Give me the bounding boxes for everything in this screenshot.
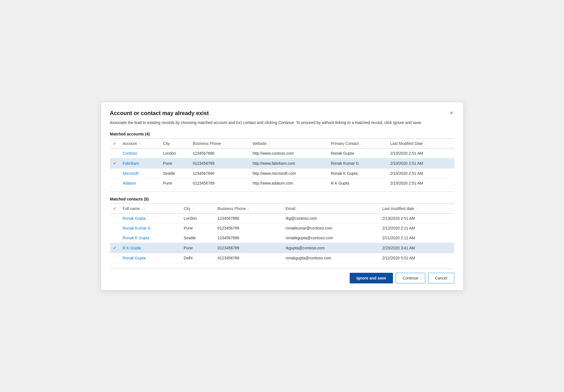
row-check[interactable] <box>110 213 120 223</box>
sort-down-icon5: ↓ <box>361 142 363 145</box>
sort-down-icon8: ↓ <box>193 207 194 211</box>
contacts-section-title: Matched contacts (5) <box>110 197 454 201</box>
contact-last-modified: 2/12/2020 5:51 AM <box>380 253 454 263</box>
table-row[interactable]: Ronak Kumar G Pune 0123456789 ronakkumar… <box>110 223 454 233</box>
row-check[interactable] <box>110 178 120 188</box>
account-primary-contact: Ronak Gupta <box>328 148 387 158</box>
contact-city: Seattle <box>181 233 215 243</box>
contact-name[interactable]: Ronak K Gupta <box>120 233 181 243</box>
contacts-col-fullname[interactable]: Full name ↑↓ <box>120 204 181 213</box>
contact-last-modified: 2/21/2020 2:11 AM <box>380 233 454 243</box>
account-website: http://www.fabrikam.com <box>250 158 328 168</box>
table-row[interactable]: ✓ R K Gupta Pune 0123456789 rkgupta@cont… <box>110 243 454 253</box>
accounts-section-title: Matched accounts (4) <box>110 132 454 136</box>
table-row[interactable]: Microsoft Seattle 1234567890 http://www.… <box>110 168 454 178</box>
account-primary-contact: Ronak Kumar G <box>328 158 387 168</box>
contact-last-modified: 2/12/2020 2:21 AM <box>380 223 454 233</box>
contact-city: Pune <box>181 243 215 253</box>
accounts-col-phone[interactable]: Business Phone ↓ <box>190 138 250 148</box>
contacts-col-email[interactable]: Email ↓ <box>283 204 380 213</box>
row-check[interactable] <box>110 148 120 158</box>
account-last-modified: 2/10/2020 2:51 AM <box>387 178 454 188</box>
sort-down-icon10: ↓ <box>297 207 299 211</box>
sort-down-icon3: ↓ <box>223 142 225 145</box>
account-primary-contact: Ronak K Gupta <box>328 168 387 178</box>
account-primary-contact: R K Gupta <box>328 178 387 188</box>
sort-down-icon9: ↓ <box>248 207 249 211</box>
contacts-col-last-modified[interactable]: Last modified date ↓ <box>380 204 454 213</box>
contact-phone: 1234567890 <box>215 233 283 243</box>
account-phone: 0123456789 <box>190 178 250 188</box>
sort-down-icon6: ↓ <box>425 142 426 145</box>
account-last-modified: 2/10/2020 2:51 AM <box>387 148 454 158</box>
contacts-col-city[interactable]: City ↓ <box>181 204 215 213</box>
contact-phone: 0123456789 <box>215 223 283 233</box>
sort-up-icon: ↑ <box>139 142 140 145</box>
accounts-col-website[interactable]: Website ↓ <box>250 138 328 148</box>
contact-city: Delhi <box>181 253 215 263</box>
sort-up-icon2: ↑ <box>142 207 143 211</box>
sort-down-icon11: ↓ <box>416 207 418 211</box>
section-divider <box>110 192 454 192</box>
account-city: Pune <box>160 178 190 188</box>
cancel-button[interactable]: Cancel <box>428 273 454 283</box>
accounts-col-city[interactable]: City ↓ <box>160 138 190 148</box>
dialog-title: Account or contact may already exist <box>110 110 209 116</box>
account-name[interactable]: Fabrikam <box>120 158 160 168</box>
table-row[interactable]: Contoso London 1234567890 http://www.con… <box>110 148 454 158</box>
row-check[interactable] <box>110 223 120 233</box>
table-row[interactable]: ✓ Fabrikam Pune 0123456789 http://www.fa… <box>110 158 454 168</box>
contacts-table: ✓ Full name ↑↓ City ↓ Business Phone ↓ E… <box>110 204 454 263</box>
row-check[interactable] <box>110 168 120 178</box>
table-row[interactable]: Ronak Gupta Delhi 0123456789 ronakgupta@… <box>110 253 454 263</box>
contact-phone: 0123456789 <box>215 253 283 263</box>
contact-name[interactable]: Ronak Kumar G <box>120 223 181 233</box>
account-name[interactable]: Contoso <box>120 148 160 158</box>
table-row[interactable]: Ronak K Gupta Seattle 1234567890 ronakkg… <box>110 233 454 243</box>
account-phone: 1234567890 <box>190 168 250 178</box>
accounts-col-primary-contact[interactable]: Primary Contact ↓ <box>328 138 387 148</box>
contacts-col-check: ✓ <box>110 204 120 213</box>
account-phone: 1234567890 <box>190 148 250 158</box>
contact-email: ronakkumar@contoso.com <box>283 223 380 233</box>
sort-down-icon7: ↓ <box>144 207 145 211</box>
sort-down-icon: ↓ <box>141 142 142 145</box>
contact-city: Pune <box>181 223 215 233</box>
accounts-col-account[interactable]: Account ↑↓ <box>120 138 160 148</box>
contact-email: ronakgupta@contoso.com <box>283 253 380 263</box>
row-check[interactable] <box>110 233 120 243</box>
account-website: http://www.contoso.com <box>250 148 328 158</box>
dialog-footer: Ignore and save Continue Cancel <box>110 269 454 283</box>
contact-name[interactable]: R K Gupta <box>120 243 181 253</box>
account-city: Pune <box>160 158 190 168</box>
dialog: Account or contact may already exist × A… <box>101 102 464 290</box>
continue-button[interactable]: Continue <box>396 273 425 283</box>
account-name[interactable]: Adatum <box>120 178 160 188</box>
row-check[interactable]: ✓ <box>110 158 120 168</box>
contact-last-modified: 2/13/2020 2:51 AM <box>380 213 454 223</box>
account-name[interactable]: Microsoft <box>120 168 160 178</box>
close-button[interactable]: × <box>449 110 454 116</box>
accounts-col-last-modified[interactable]: Last Modified Date ↓ <box>387 138 454 148</box>
dialog-description: Associate the lead to existing records b… <box>110 120 454 126</box>
contact-email: ronakkgupta@contoso.com <box>283 233 380 243</box>
contacts-col-phone[interactable]: Business Phone ↓ <box>215 204 283 213</box>
row-check[interactable] <box>110 253 120 263</box>
row-check[interactable]: ✓ <box>110 243 120 253</box>
account-website: http://www.adatum.com <box>250 178 328 188</box>
account-last-modified: 2/10/2020 2:51 AM <box>387 158 454 168</box>
contact-name[interactable]: Ronak Gupta <box>120 253 181 263</box>
accounts-table: ✓ Account ↑↓ City ↓ Business Phone ↓ Web… <box>110 138 454 188</box>
sort-down-icon4: ↓ <box>269 142 270 145</box>
account-phone: 0123456789 <box>190 158 250 168</box>
table-row[interactable]: Ronak Gupta London 1234567890 rkg@contos… <box>110 213 454 223</box>
contact-name[interactable]: Ronak Gupta <box>120 213 181 223</box>
contact-last-modified: 2/23/2020 3:41 AM <box>380 243 454 253</box>
account-website: http://www.microsoft.com <box>250 168 328 178</box>
contact-email: rkg@contoso.com <box>283 213 380 223</box>
dialog-header: Account or contact may already exist × <box>110 110 454 116</box>
ignore-save-button[interactable]: Ignore and save <box>350 273 393 283</box>
account-city: Seattle <box>160 168 190 178</box>
contact-city: London <box>181 213 215 223</box>
table-row[interactable]: Adatum Pune 0123456789 http://www.adatum… <box>110 178 454 188</box>
